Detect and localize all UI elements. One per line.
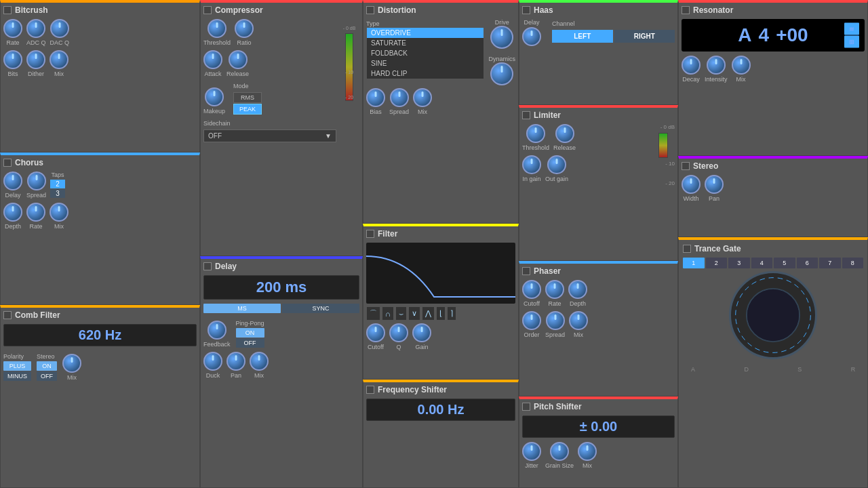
haas-left-btn[interactable]: LEFT <box>552 30 613 43</box>
dist-sine[interactable]: SINE <box>367 58 484 68</box>
limiter-ingain-knob[interactable] <box>522 155 541 174</box>
resonator-decay-knob[interactable] <box>682 56 701 75</box>
limiter-led[interactable] <box>522 111 530 119</box>
filter-led[interactable] <box>366 230 374 238</box>
compressor-attack-knob[interactable] <box>203 50 222 69</box>
tg-step-4[interactable]: 4 <box>751 258 773 268</box>
limiter-release-knob[interactable] <box>555 124 574 143</box>
delay-duck-knob[interactable] <box>203 352 222 371</box>
phaser-rate-knob[interactable] <box>545 280 564 299</box>
distortion-drive-knob[interactable] <box>490 26 513 49</box>
bitcrush-rate-knob[interactable] <box>3 19 22 38</box>
distortion-mix-knob[interactable] <box>413 88 432 107</box>
dist-saturate[interactable]: SATURATE <box>367 38 484 48</box>
phaser-mix-knob[interactable] <box>569 311 588 330</box>
haas-right-btn[interactable]: RIGHT <box>614 30 675 43</box>
chorus-taps-2[interactable]: 2 <box>50 180 65 188</box>
tg-step-8[interactable]: 8 <box>842 258 864 268</box>
bitcrush-adcq-knob[interactable] <box>26 19 45 38</box>
delay-ms-btn[interactable]: MS <box>203 304 281 313</box>
combfilter-stereo-on[interactable]: ON <box>37 361 57 371</box>
filter-bp[interactable]: ∩ <box>382 306 394 321</box>
distortion-dynamics-knob[interactable] <box>490 62 513 85</box>
delay-sync-btn[interactable]: SYNC <box>282 304 359 313</box>
chorus-mix-knob[interactable] <box>50 203 68 222</box>
tg-step-1[interactable]: 1 <box>683 258 705 268</box>
compressor-sidechain-dropdown[interactable]: OFF ▼ <box>203 129 336 142</box>
filter-gain-knob[interactable] <box>412 323 431 342</box>
trancegate-led[interactable] <box>683 245 691 253</box>
filter-notch[interactable]: ∨ <box>408 306 420 321</box>
filter-ls[interactable]: ⌊ <box>436 306 446 321</box>
chorus-delay-knob[interactable] <box>3 171 22 190</box>
chorus-spread-knob[interactable] <box>27 171 46 190</box>
delay-feedback-knob[interactable] <box>208 321 226 340</box>
filter-peak[interactable]: ⋀ <box>422 306 435 321</box>
dist-foldback[interactable]: FOLDBACK <box>367 48 484 58</box>
phaser-led[interactable] <box>522 267 530 275</box>
distortion-spread-knob[interactable] <box>390 88 409 107</box>
combfilter-led[interactable] <box>3 311 12 319</box>
combfilter-mix-knob[interactable] <box>62 354 81 373</box>
resonator-led[interactable] <box>682 6 690 14</box>
chorus-rate-knob[interactable] <box>26 203 45 222</box>
compressor-release-knob[interactable] <box>229 50 248 69</box>
pitchshifter-grainsize-knob[interactable] <box>550 442 569 461</box>
haas-led[interactable] <box>522 6 530 14</box>
combfilter-stereo-off[interactable]: OFF <box>37 371 57 381</box>
compressor-makeup-knob[interactable] <box>205 87 224 106</box>
pitchshifter-led[interactable] <box>522 403 530 411</box>
pitchshifter-mix-knob[interactable] <box>578 442 597 461</box>
filter-cutoff-knob[interactable] <box>366 323 385 342</box>
delay-pan-knob[interactable] <box>226 352 245 371</box>
bitcrush-dither-knob[interactable] <box>26 50 45 69</box>
distortion-led[interactable] <box>366 6 374 14</box>
freqshifter-led[interactable] <box>366 386 374 394</box>
distortion-bias-knob[interactable] <box>366 88 385 107</box>
delay-on-btn[interactable]: ON <box>236 328 264 338</box>
stereo-pan-knob[interactable] <box>705 175 724 194</box>
phaser-order-knob[interactable] <box>522 311 541 330</box>
limiter-threshold-knob[interactable] <box>526 124 545 143</box>
stereo-led[interactable] <box>682 162 690 170</box>
dist-overdrive[interactable]: OVERDRIVE <box>367 28 484 38</box>
delay-led[interactable] <box>203 262 212 270</box>
tg-step-3[interactable]: 3 <box>728 258 750 268</box>
bitcrush-dacq-knob[interactable] <box>50 19 69 38</box>
pitchshifter-jitter-knob[interactable] <box>522 442 541 461</box>
bitcrush-mix-knob[interactable] <box>50 50 68 69</box>
filter-hs[interactable]: ⌉ <box>447 306 456 321</box>
combfilter-polarity-plus[interactable]: PLUS <box>3 361 31 371</box>
phaser-spread-knob[interactable] <box>546 311 565 330</box>
chorus-depth-knob[interactable] <box>3 203 22 222</box>
tg-step-6[interactable]: 6 <box>797 258 818 268</box>
combfilter-polarity-minus[interactable]: MINUS <box>3 371 31 381</box>
compressor-ratio-knob[interactable] <box>235 19 254 38</box>
compressor-led[interactable] <box>203 6 212 14</box>
filter-hp[interactable]: ⌣ <box>395 306 407 321</box>
resonator-wave-icon[interactable]: ≋ <box>844 23 859 35</box>
bitcrush-led[interactable] <box>3 6 12 14</box>
delay-mix-knob[interactable] <box>250 352 269 371</box>
delay-off-btn[interactable]: OFF <box>236 338 264 348</box>
tg-step-7[interactable]: 7 <box>819 258 841 268</box>
compressor-mode-peak[interactable]: PEAK <box>233 104 262 115</box>
phaser-cutoff-knob[interactable] <box>522 280 541 299</box>
filter-lp[interactable]: ⌒ <box>366 306 380 321</box>
filter-q-knob[interactable] <box>389 323 408 342</box>
chorus-taps-3[interactable]: 3 <box>50 189 65 198</box>
compressor-mode-rms[interactable]: RMS <box>233 92 262 103</box>
resonator-mix-knob[interactable] <box>732 56 751 75</box>
stereo-width-knob[interactable] <box>682 175 701 194</box>
tg-step-5[interactable]: 5 <box>774 258 795 268</box>
chorus-led[interactable] <box>3 159 12 167</box>
limiter-outgain-knob[interactable] <box>547 155 566 174</box>
bitcrush-bits-knob[interactable] <box>3 50 22 69</box>
phaser-depth-knob[interactable] <box>568 280 587 299</box>
dist-hardclip[interactable]: HARD CLIP <box>367 68 484 79</box>
haas-delay-knob[interactable] <box>522 27 541 46</box>
resonator-grid-icon[interactable]: ⊞ <box>844 36 859 48</box>
tg-step-2[interactable]: 2 <box>706 258 728 268</box>
resonator-intensity-knob[interactable] <box>707 56 726 75</box>
compressor-threshold-knob[interactable] <box>208 19 226 38</box>
